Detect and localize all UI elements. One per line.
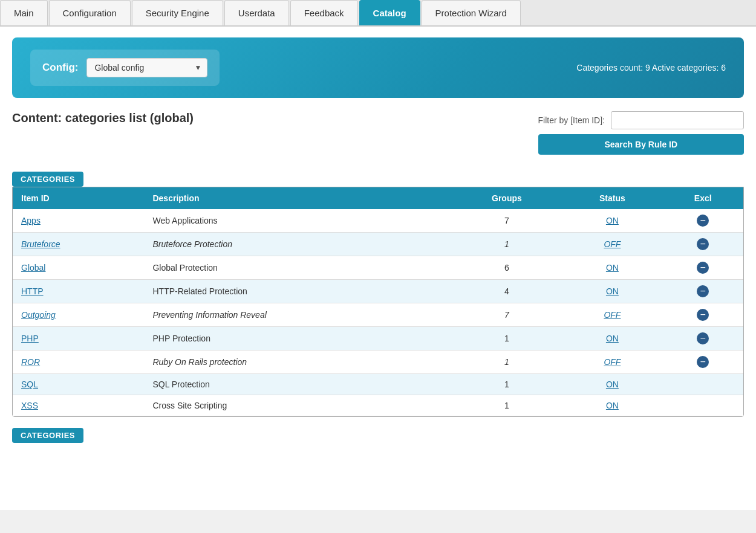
item-id-link[interactable]: Apps: [21, 216, 41, 225]
tab-feedback[interactable]: Feedback: [290, 0, 358, 25]
col-header-excl: Excl: [663, 187, 743, 209]
col-header-item-id: Item ID: [13, 187, 144, 209]
item-id-link[interactable]: HTTP: [21, 286, 44, 296]
table-row: GlobalGlobal Protection6ON−: [13, 256, 743, 280]
item-groups: 7: [452, 209, 562, 233]
content-title: Content: categories list (global): [12, 111, 194, 125]
tab-main[interactable]: Main: [0, 0, 48, 25]
excl-icon[interactable]: −: [697, 238, 709, 250]
table-row: RORRuby On Rails protection1OFF−: [13, 350, 743, 374]
item-status-link[interactable]: ON: [606, 286, 619, 296]
item-status-link[interactable]: ON: [606, 334, 619, 343]
item-description: HTTP-Related Protection: [144, 280, 451, 303]
excl-icon[interactable]: −: [697, 332, 709, 344]
item-description: Web Applications: [144, 209, 451, 233]
table-row: BruteforceBruteforce Protection1OFF−: [13, 233, 743, 256]
tab-bar: Main Configuration Security Engine Userd…: [0, 0, 756, 27]
item-groups: 1: [452, 350, 562, 374]
table-wrapper: Item ID Description Groups Status Excl A…: [12, 187, 744, 417]
categories-section: CATEGORIES Item ID Description Groups St…: [12, 172, 744, 417]
item-status-link[interactable]: OFF: [604, 310, 621, 320]
item-groups: 6: [452, 256, 562, 280]
item-id-link[interactable]: Global: [21, 263, 45, 273]
excl-icon[interactable]: −: [697, 356, 709, 368]
categories-section-bottom: CATEGORIES: [12, 428, 744, 443]
col-header-groups: Groups: [452, 187, 562, 209]
item-groups: 1: [452, 327, 562, 350]
tab-protection-wizard[interactable]: Protection Wizard: [422, 0, 521, 25]
item-description: PHP Protection: [144, 327, 451, 350]
config-stats: Categories count: 9 Active categories: 6: [576, 63, 726, 73]
config-label: Config:: [42, 62, 78, 74]
item-excl-cell: −: [663, 327, 743, 350]
item-groups: 1: [452, 374, 562, 395]
table-header-row: Item ID Description Groups Status Excl: [13, 187, 743, 209]
item-description: Cross Site Scripting: [144, 395, 451, 416]
excl-icon[interactable]: −: [697, 309, 709, 321]
table-row: AppsWeb Applications7ON−: [13, 209, 743, 233]
categories-label-top: CATEGORIES: [12, 172, 83, 187]
config-select[interactable]: Global config: [86, 58, 207, 77]
item-excl-cell: −: [663, 209, 743, 233]
item-excl-cell: [663, 374, 743, 395]
item-id-link[interactable]: Outgoing: [21, 310, 56, 320]
item-excl-cell: −: [663, 350, 743, 374]
item-status-link[interactable]: ON: [606, 263, 619, 273]
excl-icon[interactable]: −: [697, 262, 709, 274]
categories-label-bottom: CATEGORIES: [12, 428, 83, 443]
item-id-link[interactable]: XSS: [21, 401, 38, 410]
table-row: OutgoingPreventing Information Reveal7OF…: [13, 303, 743, 327]
item-id-link[interactable]: Bruteforce: [21, 239, 60, 249]
item-excl-cell: −: [663, 303, 743, 327]
item-status-link[interactable]: ON: [606, 380, 619, 389]
item-excl-cell: −: [663, 256, 743, 280]
tab-catalog[interactable]: Catalog: [359, 0, 420, 25]
config-panel: Config: Global config ▼ Categories count…: [12, 37, 744, 98]
table-row: XSSCross Site Scripting1ON: [13, 395, 743, 416]
filter-row: Filter by [Item ID]:: [538, 111, 744, 129]
filter-label: Filter by [Item ID]:: [538, 115, 605, 125]
content-header: Content: categories list (global) Filter…: [12, 111, 744, 155]
item-status-link[interactable]: OFF: [604, 357, 621, 367]
item-id-link[interactable]: SQL: [21, 380, 38, 389]
item-status-link[interactable]: OFF: [604, 239, 621, 249]
item-id-link[interactable]: PHP: [21, 334, 39, 343]
item-description: SQL Protection: [144, 374, 451, 395]
tab-security-engine[interactable]: Security Engine: [132, 0, 223, 25]
main-content: Config: Global config ▼ Categories count…: [0, 27, 756, 510]
item-description: Global Protection: [144, 256, 451, 280]
table-row: HTTPHTTP-Related Protection4ON−: [13, 280, 743, 303]
config-select-wrapper: Global config ▼: [86, 58, 207, 77]
filter-area: Filter by [Item ID]: Search By Rule ID: [538, 111, 744, 155]
item-groups: 1: [452, 233, 562, 256]
excl-icon[interactable]: −: [697, 215, 709, 227]
item-groups: 4: [452, 280, 562, 303]
item-description: Ruby On Rails protection: [152, 357, 247, 367]
item-groups: 1: [452, 395, 562, 416]
table-row: PHPPHP Protection1ON−: [13, 327, 743, 350]
excl-icon[interactable]: −: [697, 285, 709, 297]
item-status-link[interactable]: ON: [606, 401, 619, 410]
item-description: Bruteforce Protection: [152, 239, 232, 249]
tab-configuration[interactable]: Configuration: [49, 0, 131, 25]
item-excl-cell: −: [663, 233, 743, 256]
col-header-status: Status: [562, 187, 662, 209]
item-groups: 7: [452, 303, 562, 327]
tab-userdata[interactable]: Userdata: [224, 0, 289, 25]
col-header-description: Description: [144, 187, 451, 209]
item-excl-cell: −: [663, 280, 743, 303]
config-left: Config: Global config ▼: [30, 50, 220, 86]
table-row: SQLSQL Protection1ON: [13, 374, 743, 395]
item-id-link[interactable]: ROR: [21, 357, 40, 367]
item-status-link[interactable]: ON: [606, 216, 619, 225]
item-description: Preventing Information Reveal: [152, 310, 266, 320]
filter-input[interactable]: [611, 111, 744, 129]
item-excl-cell: [663, 395, 743, 416]
search-by-rule-id-button[interactable]: Search By Rule ID: [538, 134, 744, 155]
categories-table: Item ID Description Groups Status Excl A…: [13, 187, 743, 416]
